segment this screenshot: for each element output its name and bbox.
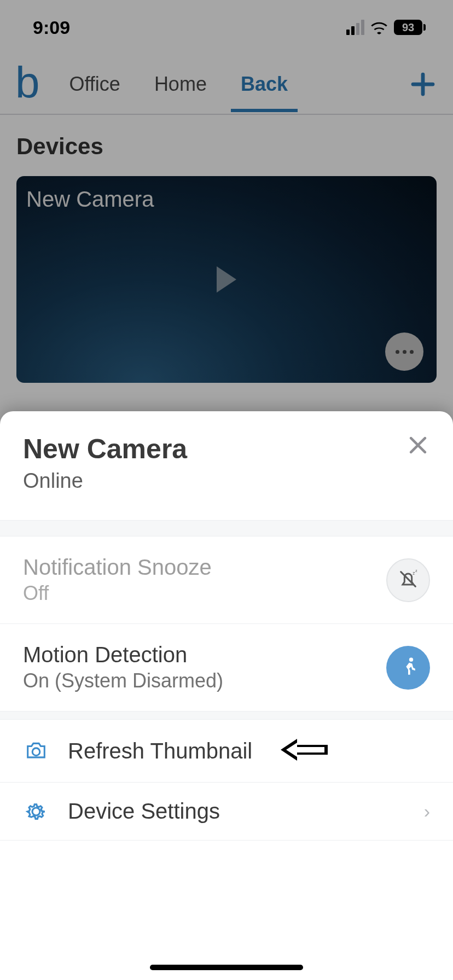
camera-icon [23, 742, 49, 760]
snooze-toggle[interactable]: zz [386, 558, 430, 602]
motion-detection-row[interactable]: Motion Detection On (System Disarmed) [0, 624, 453, 711]
snooze-label: Notification Snooze [23, 555, 212, 580]
gear-icon [23, 800, 49, 823]
notification-snooze-row[interactable]: Notification Snooze Off zz [0, 536, 453, 624]
close-button[interactable] [406, 433, 430, 457]
device-settings-row[interactable]: Device Settings › [0, 783, 453, 841]
motion-toggle[interactable] [386, 646, 430, 690]
running-person-icon [396, 655, 420, 681]
device-bottom-sheet: New Camera Online Notification Snooze Of… [0, 411, 453, 980]
sheet-status: Online [23, 469, 187, 493]
motion-value: On (System Disarmed) [23, 669, 223, 692]
snooze-off-icon: zz [397, 568, 419, 592]
chevron-right-icon: › [424, 801, 430, 822]
motion-label: Motion Detection [23, 643, 223, 667]
refresh-thumbnail-row[interactable]: Refresh Thumbnail [0, 720, 453, 783]
device-settings-label: Device Settings [68, 799, 220, 824]
svg-text:z: z [415, 568, 417, 572]
refresh-thumbnail-label: Refresh Thumbnail [68, 739, 252, 763]
svg-text:z: z [413, 570, 415, 575]
svg-point-2 [409, 657, 413, 661]
home-indicator[interactable] [150, 965, 303, 970]
svg-point-3 [32, 748, 40, 756]
annotation-arrow-icon [281, 736, 328, 766]
snooze-value: Off [23, 582, 212, 605]
sheet-title: New Camera [23, 433, 187, 465]
